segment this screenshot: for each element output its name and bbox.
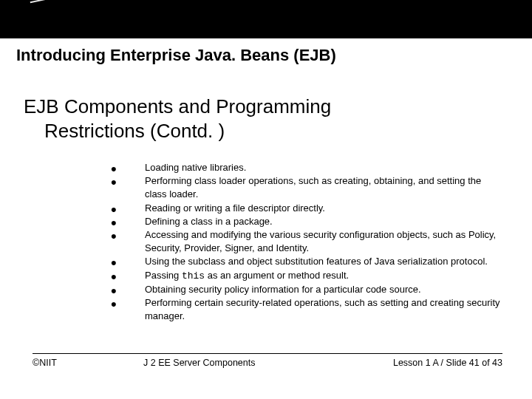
- bullet-list: Loading native libraries.Performing clas…: [111, 161, 501, 323]
- list-item: Defining a class in a package.: [111, 215, 501, 228]
- footer: ©NIIT J 2 EE Server Components Lesson 1 …: [33, 358, 502, 368]
- inline-code: this: [182, 270, 205, 282]
- list-item: Using the subclass and object substituti…: [111, 255, 501, 268]
- footer-center: J 2 EE Server Components: [121, 358, 355, 368]
- list-item: Passing this as an argument or method re…: [111, 269, 501, 283]
- title-block: Introducing Enterprise Java. Beans (EJB): [0, 38, 532, 71]
- subtitle-line2: Restrictions (Contd. ): [24, 120, 225, 142]
- header-bar: [0, 0, 532, 38]
- list-item: Loading native libraries.: [111, 161, 501, 174]
- list-item: Performing certain security-related oper…: [111, 296, 501, 323]
- footer-rule: [33, 353, 502, 354]
- list-item: Reading or writing a file descriptor dir…: [111, 202, 501, 215]
- list-item: Performing class loader operations, such…: [111, 174, 501, 201]
- list-item: Accessing and modifying the various secu…: [111, 228, 501, 255]
- footer-right: Lesson 1 A / Slide 41 of 43: [355, 358, 502, 368]
- subtitle-text: EJB Components and Programming Restricti…: [24, 95, 511, 143]
- list-item: Obtaining security policy information fo…: [111, 283, 501, 296]
- footer-left: ©NIIT: [33, 358, 121, 368]
- page-title: Introducing Enterprise Java. Beans (EJB): [16, 46, 532, 65]
- subtitle-line1: EJB Components and Programming: [24, 95, 331, 117]
- subtitle: EJB Components and Programming Restricti…: [24, 95, 511, 143]
